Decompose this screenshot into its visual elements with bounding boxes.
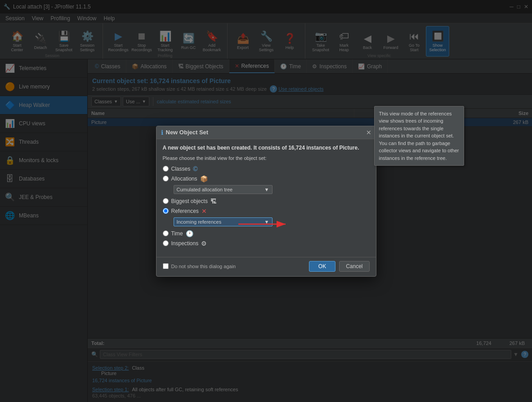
option-inspections-label: Inspections <box>171 240 199 247</box>
modal-close-button[interactable]: ✕ <box>366 129 371 136</box>
modal-footer: Do not show this dialog again OK Cancel <box>156 257 376 276</box>
incoming-references-dropdown[interactable]: Incoming references ▼ <box>174 217 273 226</box>
option-time-label: Time <box>171 230 183 237</box>
option-time-icon: 🕐 <box>186 230 193 237</box>
option-biggest-icon: 🏗 <box>210 198 217 205</box>
option-classes-icon: © <box>193 165 197 172</box>
option-allocations-icon: 📦 <box>200 175 208 182</box>
option-allocations-label: Allocations <box>171 176 197 182</box>
do-not-show-label: Do not show this dialog again <box>171 264 236 269</box>
allocations-sub-dropdown[interactable]: Cumulated allocation tree ▼ <box>174 185 273 194</box>
modal-info-icon: ℹ <box>161 129 163 136</box>
option-inspections-icon: ⚙ <box>201 240 207 247</box>
modal-prompt: Please choose the initial view for the o… <box>163 155 370 161</box>
modal-option-time: Time 🕐 <box>163 230 370 237</box>
do-not-show-container: Do not show this dialog again <box>163 263 236 269</box>
incoming-dropdown-value: Incoming references <box>177 219 222 225</box>
modal-option-classes: Classes © <box>163 165 370 172</box>
ok-button[interactable]: OK <box>309 261 335 272</box>
modal-titlebar: ℹ New Object Set ✕ <box>156 126 376 139</box>
radio-time[interactable] <box>163 230 169 236</box>
modal-body: A new object set has been created. It co… <box>156 139 376 255</box>
option-references-icon: ✕ <box>201 208 207 215</box>
modal-description: This view mode of the references view sh… <box>374 106 464 166</box>
modal-title: New Object Set <box>166 129 366 136</box>
modal-header-text: A new object set has been created. It co… <box>163 145 370 151</box>
modal-buttons: OK Cancel <box>309 261 370 272</box>
modal-option-inspections: Inspections ⚙ <box>163 240 370 247</box>
alloc-dropdown-arrow: ▼ <box>264 187 269 192</box>
modal-overlay: ℹ New Object Set ✕ A new object set has … <box>0 0 532 402</box>
radio-allocations[interactable] <box>163 176 169 181</box>
incoming-dropdown-arrow: ▼ <box>264 219 269 225</box>
cancel-button[interactable]: Cancel <box>339 261 369 272</box>
radio-biggest[interactable] <box>163 198 169 204</box>
option-classes-label: Classes <box>171 166 191 172</box>
option-biggest-label: Biggest objects <box>171 198 208 204</box>
option-references-label: References <box>171 208 199 214</box>
radio-references[interactable] <box>163 208 169 214</box>
radio-inspections[interactable] <box>163 240 169 246</box>
alloc-dropdown-value: Cumulated allocation tree <box>177 187 233 192</box>
radio-classes[interactable] <box>163 166 169 172</box>
modal-option-biggest: Biggest objects 🏗 <box>163 198 370 205</box>
modal-option-allocations: Allocations 📦 <box>163 175 370 182</box>
modal-option-references: References ✕ <box>163 208 370 215</box>
do-not-show-checkbox[interactable] <box>163 263 169 269</box>
modal-dialog: ℹ New Object Set ✕ A new object set has … <box>156 126 376 277</box>
